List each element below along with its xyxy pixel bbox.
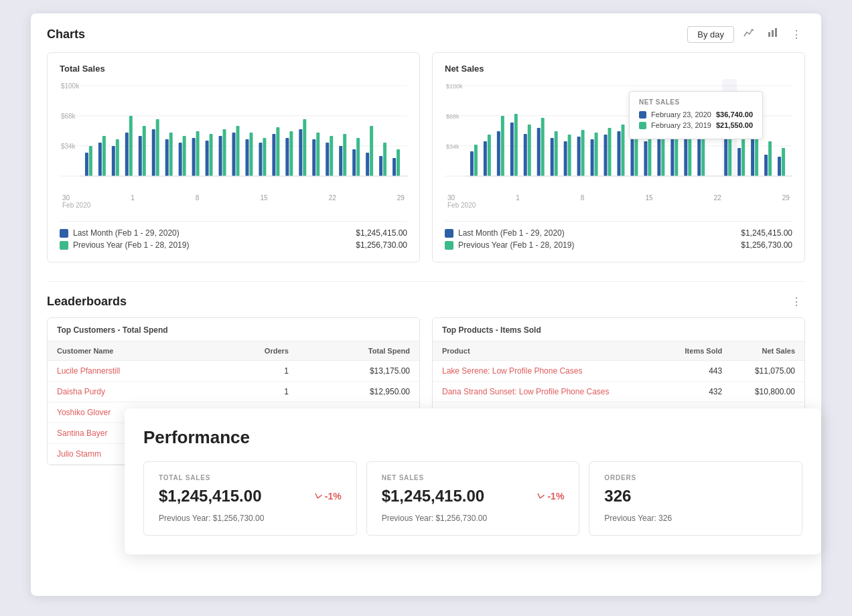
svg-rect-55 [383,143,386,176]
svg-rect-24 [179,143,182,176]
svg-rect-101 [697,138,701,176]
total-sales-svg: $100k $68k $34k [60,79,407,193]
leaderboards-more-icon[interactable]: ⋮ [788,294,805,309]
svg-rect-90 [621,125,624,176]
top-products-table: Product Items Sold Net Sales Lake Serene… [433,341,804,402]
total-sales-legend-row-1: Last Month (Feb 1 - 29, 2020) $1,245,415… [60,228,407,238]
product-sales-1: $11,075.00 [731,361,804,382]
svg-rect-97 [670,137,674,176]
net-sales-legend-row-1: Last Month (Feb 1 - 29, 2020) $1,245,415… [445,228,792,238]
svg-rect-13 [102,136,106,176]
product-name-1[interactable]: Lake Serene: Low Profile Phone Cases [433,361,662,382]
net-legend-label-2: Previous Year (Feb 1 - 28, 2019) [458,240,574,250]
svg-rect-48 [339,146,342,176]
svg-rect-20 [152,129,155,176]
col-product: Product [433,341,662,361]
legend-label-1: Last Month (Feb 1 - 29, 2020) [73,228,180,238]
svg-rect-33 [236,126,239,176]
perf-label-net-sales: NET SALES [382,474,565,481]
customer-name-1[interactable]: Lucile Pfannerstill [48,361,212,382]
product-items-1: 443 [662,361,731,382]
svg-rect-15 [116,139,119,176]
svg-rect-45 [316,133,320,176]
svg-rect-73 [510,123,514,176]
charts-section-header: Charts By day ⋮ [47,25,805,43]
svg-rect-72 [501,116,504,176]
svg-rect-36 [259,143,262,176]
svg-rect-49 [343,134,346,176]
net-sales-x-sub: Feb 2020 [445,202,792,209]
svg-rect-31 [223,129,226,176]
total-sales-chart-area: $100k $68k $34k [60,79,407,213]
more-options-icon[interactable]: ⋮ [788,27,805,42]
table-row: Daisha Purdy 1 $12,950.00 [48,382,419,402]
net-legend-dot-green [445,241,453,250]
net-sales-title: Net Sales [445,64,792,74]
perf-main-row-1: $1,245,415.00 -1% [159,487,342,506]
svg-rect-2 [775,28,777,37]
svg-rect-68 [474,145,478,176]
line-chart-icon[interactable] [739,25,758,43]
perf-label-total-sales: TOTAL SALES [159,474,342,481]
svg-rect-106 [741,137,745,176]
svg-rect-52 [366,153,369,176]
svg-rect-42 [299,129,302,176]
svg-rect-81 [564,141,567,176]
main-card: Charts By day ⋮ Total Sales [31,13,821,596]
perf-label-orders: ORDERS [604,474,787,481]
svg-rect-35 [249,133,253,176]
leaderboards-title: Leaderboards [47,295,127,309]
svg-rect-28 [206,141,209,176]
product-sales-2: $10,800.00 [731,382,804,402]
by-day-button[interactable]: By day [687,26,734,43]
svg-rect-22 [165,139,169,176]
svg-rect-12 [98,143,102,176]
customer-orders-2: 1 [212,382,298,402]
svg-rect-69 [484,141,487,176]
perf-value-net-sales: $1,245,415.00 [382,487,484,506]
svg-rect-79 [551,138,554,176]
net-sales-x-labels: 3018152229 [445,193,792,202]
perf-change-total-sales: -1% [313,491,342,502]
top-customers-header-row: Customer Name Orders Total Spend [48,341,419,361]
svg-rect-10 [85,153,88,176]
net-sales-chart-card: Net Sales NET SALES February 23, 2020 $3… [432,52,805,262]
perf-prev-total-sales: Previous Year: $1,256,730.00 [159,514,342,523]
svg-rect-44 [312,139,315,176]
svg-rect-91 [630,138,634,176]
performance-panel: Performance TOTAL SALES $1,245,415.00 -1… [125,408,821,554]
svg-rect-110 [768,141,772,176]
bar-chart-icon[interactable] [764,25,782,43]
svg-rect-89 [618,131,621,176]
svg-rect-86 [595,133,598,176]
svg-rect-77 [537,128,541,176]
net-sales-chart-area: NET SALES February 23, 2020 $36,740.00 F… [445,79,792,213]
top-products-header-row: Product Items Sold Net Sales [433,341,804,361]
tooltip-val-1: $36,740.00 [716,110,753,119]
table-row: Dana Strand Sunset: Low Profile Phone Ca… [433,382,804,402]
customer-name-2[interactable]: Daisha Purdy [48,382,212,402]
performance-cards-row: TOTAL SALES $1,245,415.00 -1% Previous Y… [143,461,802,536]
svg-rect-74 [514,114,518,176]
net-legend-dot-blue [445,229,453,238]
perf-value-orders: 326 [604,487,631,506]
total-sales-x-sub: Feb 2020 [60,202,407,209]
legend-value-2: $1,256,730.00 [356,240,407,250]
tooltip-val-2: $21,550.00 [716,121,753,129]
net-legend-label-1: Last Month (Feb 1 - 29, 2020) [458,228,565,238]
product-name-2[interactable]: Dana Strand Sunset: Low Profile Phone Ca… [433,382,662,402]
total-sales-legend: Last Month (Feb 1 - 29, 2020) $1,245,415… [60,221,407,250]
perf-value-total-sales: $1,245,415.00 [159,487,261,506]
col-total-spend: Total Spend [298,341,419,361]
tooltip-dot-blue [639,111,646,119]
total-sales-chart-card: Total Sales $100k $68k $34k [47,52,420,262]
perf-prev-orders: Previous Year: 326 [604,514,787,523]
legend-dot-blue [60,229,68,238]
charts-title: Charts [47,27,85,42]
top-customers-title: Top Customers - Total Spend [48,318,419,341]
col-customer-name: Customer Name [48,341,212,361]
svg-rect-94 [648,137,651,176]
tooltip-dot-green [639,122,646,129]
svg-rect-39 [276,127,279,176]
svg-rect-47 [330,136,333,176]
